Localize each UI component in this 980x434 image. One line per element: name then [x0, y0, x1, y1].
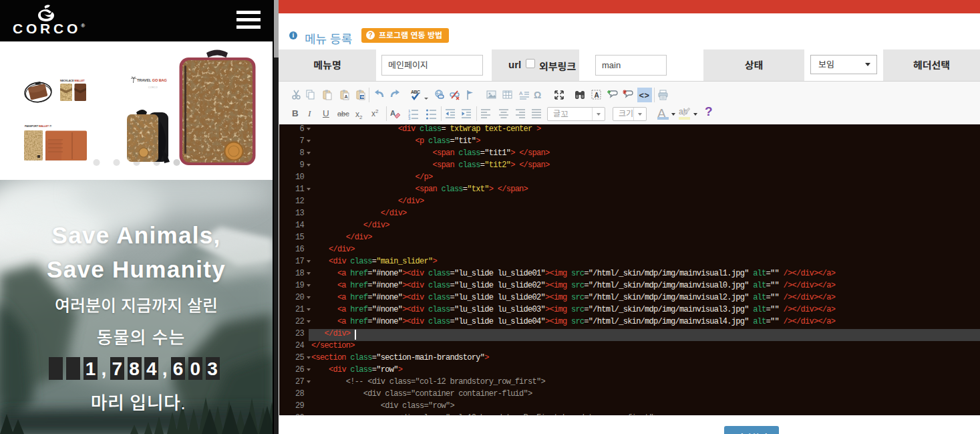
- svg-text:A: A: [519, 90, 523, 96]
- svg-text:Ω: Ω: [534, 90, 541, 100]
- svg-text:A: A: [345, 94, 348, 99]
- svg-text:A: A: [390, 109, 395, 117]
- svg-text:CORCO: CORCO: [148, 86, 158, 89]
- svg-text:ABC: ABC: [411, 90, 420, 94]
- svg-text:<>: <>: [639, 92, 650, 101]
- svg-text:A: A: [595, 92, 599, 99]
- svg-text:PASSPORT WALLET 7!: PASSPORT WALLET 7!: [25, 124, 51, 128]
- svg-text:NECKLACE WALLET: NECKLACE WALLET: [60, 79, 85, 82]
- svg-text:3: 3: [408, 116, 411, 120]
- svg-text:TRAVEL GO BAG: TRAVEL GO BAG: [137, 78, 167, 82]
- svg-text:W: W: [361, 95, 365, 99]
